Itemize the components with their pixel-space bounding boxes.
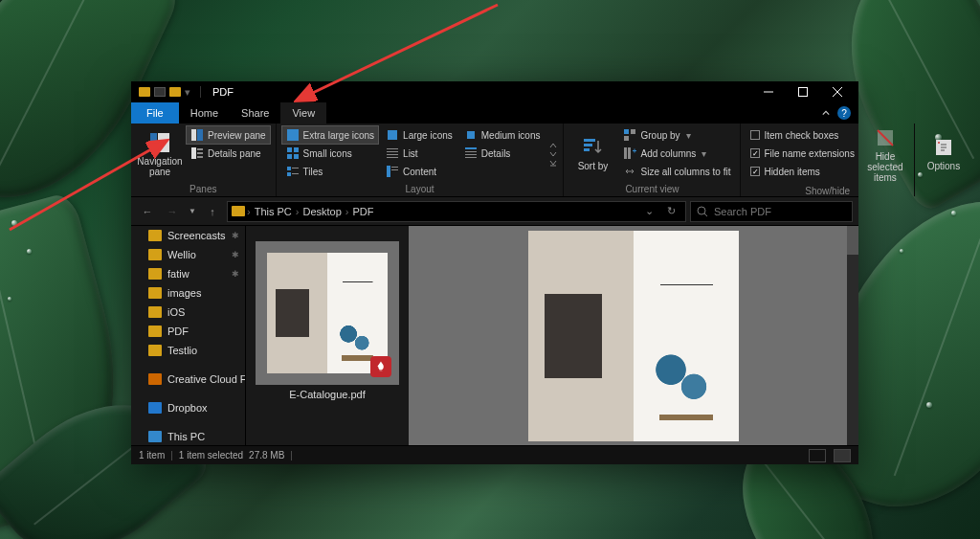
size-columns-button[interactable]: Size all columns to fit [619,163,734,180]
svg-rect-19 [287,172,291,176]
search-input[interactable]: Search PDF [690,201,853,222]
svg-rect-28 [391,169,398,170]
add-columns-button[interactable]: Add columns▾ [619,145,734,162]
file-name: E-Catalogue.pdf [256,385,399,400]
back-button[interactable]: ← [137,201,158,222]
item-checkboxes-toggle[interactable]: Item check boxes [746,126,858,144]
ribbon-group-currentview: Sort by Group by▾ Add columns▾ Size all … [564,124,741,196]
close-button[interactable] [820,81,855,102]
details-pane-button[interactable]: Details pane [187,145,270,162]
svg-rect-36 [584,144,592,146]
details-pane-label: Details pane [208,148,261,159]
folder-icon [139,87,150,97]
layout-md-icons[interactable]: Medium icons [460,126,545,144]
svg-rect-27 [391,167,398,168]
recent-button[interactable]: ▼ [187,201,198,222]
view-icons-toggle[interactable] [834,449,851,462]
dropdown-icon[interactable]: ⌄ [639,205,659,217]
maximize-button[interactable] [786,81,820,102]
nav-item[interactable]: Creative Cloud Files [131,370,245,389]
svg-rect-30 [465,147,477,149]
folder-icon [148,268,162,280]
hide-selected-button[interactable]: Hide selected items [862,126,908,183]
layout-tiles[interactable]: Tiles [282,163,378,180]
layout-details[interactable]: Details [460,145,545,162]
sort-by-button[interactable]: Sort by [569,126,615,181]
layout-xl-icons[interactable]: Extra large icons [282,126,378,144]
navigation-pane-label: Navigation pane [137,156,183,177]
nav-item[interactable]: PDF [131,322,245,341]
svg-point-48 [938,142,940,144]
layout-sm-icons[interactable]: Small icons [282,145,378,162]
ribbon-group-layout: Extra large icons Small icons Tiles Larg… [277,124,565,196]
nav-item-label: fatiw [167,268,189,280]
preview-pane[interactable] [409,226,858,445]
hidden-items-toggle[interactable]: Hidden items [746,163,858,180]
tab-share[interactable]: Share [230,102,280,124]
qat-icon[interactable] [154,87,166,97]
nav-item[interactable]: Testlio [131,341,245,360]
breadcrumb[interactable]: › This PC › Desktop › PDF ⌄ ↻ [227,201,686,222]
svg-rect-26 [387,166,390,177]
ribbon-group-label: Current view [564,184,740,196]
status-selected: 1 item selected [179,450,243,460]
tab-view[interactable]: View [280,102,326,124]
forward-button[interactable]: → [162,201,183,222]
crumb-desktop[interactable]: Desktop [301,206,343,217]
minimize-button[interactable] [751,81,786,102]
group-by-button[interactable]: Group by▾ [619,126,734,144]
expand-icon[interactable] [549,159,557,167]
folder-icon [148,373,162,385]
svg-rect-7 [197,129,203,141]
options-button[interactable]: Options [921,126,967,181]
svg-rect-44 [635,149,635,153]
layout-content[interactable]: Content [382,163,457,180]
layout-list[interactable]: List [382,145,457,162]
nav-item[interactable]: Screencasts✱ [131,226,245,245]
folder-icon [148,402,162,414]
scroll-down-icon[interactable] [549,150,557,158]
svg-rect-9 [197,148,203,150]
window-title: PDF [207,86,234,98]
file-grid[interactable]: E-Catalogue.pdf [246,226,409,445]
navigation-pane-button[interactable]: Navigation pane [137,126,183,181]
folder-icon [232,206,245,216]
crumb-pdf[interactable]: PDF [351,206,376,217]
file-extensions-toggle[interactable]: File name extensions [746,145,858,162]
titlebar[interactable]: ▾ PDF [131,81,858,102]
pin-icon: ✱ [232,269,239,279]
folder-icon [148,326,162,337]
navigation-pane[interactable]: Screencasts✱Wellio✱fatiw✱imagesiOSPDFTes… [131,226,246,445]
svg-rect-37 [584,148,590,151]
up-button[interactable]: ↑ [202,201,223,222]
collapse-ribbon-icon[interactable] [822,107,830,119]
nav-item[interactable]: This PC [131,427,245,445]
svg-rect-38 [624,129,629,134]
nav-item[interactable]: images [131,283,245,303]
nav-item[interactable]: iOS [131,303,245,322]
tab-file[interactable]: File [131,102,179,124]
view-details-toggle[interactable] [809,449,826,462]
svg-rect-1 [799,88,808,97]
file-explorer-window: ▾ PDF File Home Share View ? Navigation … [131,81,858,464]
nav-item[interactable]: Dropbox [131,398,245,417]
nav-item[interactable]: Wellio✱ [131,245,245,264]
preview-pane-label: Preview pane [208,130,266,141]
layout-lg-icons[interactable]: Large icons [382,126,457,144]
svg-rect-12 [287,129,299,141]
status-size: 27.8 MB [249,450,284,460]
preview-scrollbar[interactable] [847,226,858,445]
tab-home[interactable]: Home [179,102,230,124]
help-icon[interactable]: ? [837,106,851,120]
nav-item[interactable]: fatiw✱ [131,264,245,283]
svg-rect-23 [387,151,398,152]
scroll-up-icon[interactable] [549,142,557,149]
crumb-this-pc[interactable]: This PC [253,206,294,217]
scrollbar-thumb[interactable] [847,226,858,255]
svg-rect-5 [158,133,169,152]
preview-pane-button[interactable]: Preview pane [187,126,270,144]
refresh-icon[interactable]: ↻ [661,205,681,217]
nav-item-label: Creative Cloud Files [167,373,246,385]
folder-icon [148,249,162,260]
file-item[interactable]: E-Catalogue.pdf [256,241,399,400]
